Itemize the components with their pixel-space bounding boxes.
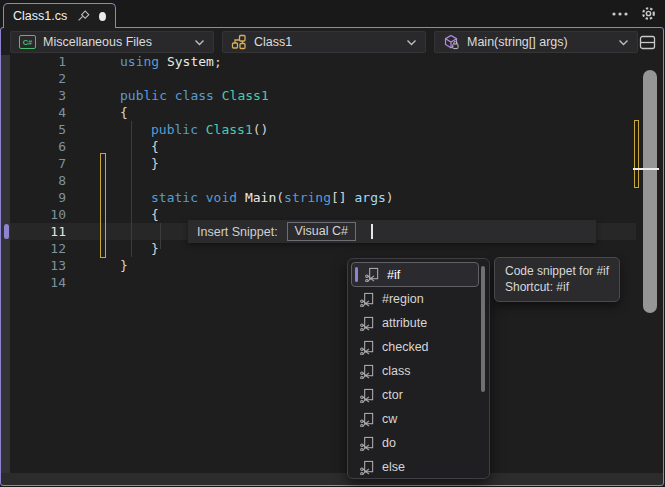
snippet-tooltip: Code snippet for #if Shortcut: #if	[494, 257, 620, 302]
code-line[interactable]: public class Class1	[120, 87, 269, 104]
snippet-icon	[360, 436, 375, 451]
line-number: 4	[10, 104, 66, 121]
member-dropdown[interactable]: Main(string[] args)	[434, 31, 638, 53]
vs-editor-window: Class1.cs C# Miscellaneous Files	[0, 0, 665, 487]
unsaved-changes-gutter-marker	[100, 153, 106, 258]
snippet-item-if[interactable]: #if	[351, 262, 479, 287]
snippet-icon	[360, 292, 375, 307]
line-number: 7	[10, 155, 66, 172]
breakpoint-margin[interactable]	[1, 55, 10, 473]
snippet-list-scrollbar-thumb[interactable]	[481, 266, 485, 392]
line-number: 2	[10, 70, 66, 87]
line-number: 5	[10, 121, 66, 138]
navigation-bar: C# Miscellaneous Files Class1	[1, 28, 663, 55]
tooltip-line1: Code snippet for #if	[505, 263, 609, 279]
line-number: 12	[10, 240, 66, 257]
type-dropdown[interactable]: Class1	[222, 31, 426, 53]
indent-guide	[131, 121, 132, 257]
csharp-file-icon: C#	[19, 35, 36, 49]
insert-snippet-label: Insert Snippet:	[197, 225, 278, 239]
line-number: 13	[10, 257, 66, 274]
line-number-current: 11	[10, 223, 66, 240]
more-options-icon[interactable]	[612, 12, 628, 16]
tab-title: Class1.cs	[13, 9, 67, 23]
code-line[interactable]: static void Main(string[] args)	[151, 189, 394, 206]
code-line[interactable]: public Class1()	[151, 121, 268, 138]
code-line[interactable]: {	[120, 104, 128, 121]
snippet-icon	[360, 412, 375, 427]
snippet-item-attribute[interactable]: attribute	[348, 311, 489, 335]
unsaved-dot-icon[interactable]	[99, 12, 106, 21]
project-dropdown-label: Miscellaneous Files	[43, 35, 187, 49]
pin-icon[interactable]	[76, 9, 90, 23]
line-number: 6	[10, 138, 66, 155]
indent-guide	[160, 223, 161, 249]
vertical-scrollbar-thumb[interactable]	[643, 70, 657, 313]
snippet-item-region[interactable]: #region	[348, 287, 489, 311]
line-number: 8	[10, 172, 66, 189]
gear-icon[interactable]	[640, 5, 657, 22]
scrollbar-caret-marker	[633, 168, 659, 170]
scrollbar-modified-marker	[634, 120, 639, 188]
code-line[interactable]: {	[151, 206, 159, 223]
snippet-item-class[interactable]: class	[348, 359, 489, 383]
code-line[interactable]: using System;	[120, 53, 222, 70]
line-number: 14	[10, 274, 66, 291]
snippet-input-caret[interactable]	[371, 224, 373, 239]
horizontal-scrollbar[interactable]	[1, 473, 663, 486]
snippet-item-do[interactable]: do	[348, 431, 489, 455]
class-icon	[231, 34, 247, 50]
snippet-item-else[interactable]: else	[348, 455, 489, 479]
code-line[interactable]: }	[120, 257, 128, 274]
snippet-list: #if #region attribute checked class ctor…	[347, 258, 490, 479]
tooltip-line2: Shortcut: #if	[505, 279, 609, 295]
snippet-icon	[360, 364, 375, 379]
line-number: 3	[10, 87, 66, 104]
code-line[interactable]: }	[151, 240, 159, 257]
chevron-down-icon	[406, 39, 417, 46]
snippet-icon	[360, 316, 375, 331]
member-dropdown-label: Main(string[] args)	[467, 35, 611, 49]
tab-class1cs[interactable]: Class1.cs	[3, 3, 116, 28]
line-number: 1	[10, 53, 66, 70]
project-dropdown[interactable]: C# Miscellaneous Files	[10, 31, 214, 53]
method-lock-icon	[443, 34, 460, 51]
snippet-item-cw[interactable]: cw	[348, 407, 489, 431]
snippet-icon	[360, 340, 375, 355]
snippet-icon	[365, 267, 380, 282]
snippet-scope-chip[interactable]: Visual C#	[287, 222, 356, 241]
caret-line-margin-marker	[4, 224, 9, 239]
type-dropdown-label: Class1	[254, 35, 399, 49]
chevron-down-icon	[194, 39, 205, 46]
line-number: 9	[10, 189, 66, 206]
chevron-down-icon	[618, 39, 629, 46]
snippet-icon	[360, 460, 375, 475]
insert-snippet-bar: Insert Snippet: Visual C#	[188, 220, 596, 243]
split-editor-icon[interactable]	[637, 33, 657, 51]
snippet-icon	[360, 388, 375, 403]
line-number: 10	[10, 206, 66, 223]
selection-bar	[355, 267, 358, 282]
snippet-item-ctor[interactable]: ctor	[348, 383, 489, 407]
snippet-item-checked[interactable]: checked	[348, 335, 489, 359]
code-line[interactable]: }	[151, 155, 159, 172]
code-line[interactable]: {	[151, 138, 159, 155]
